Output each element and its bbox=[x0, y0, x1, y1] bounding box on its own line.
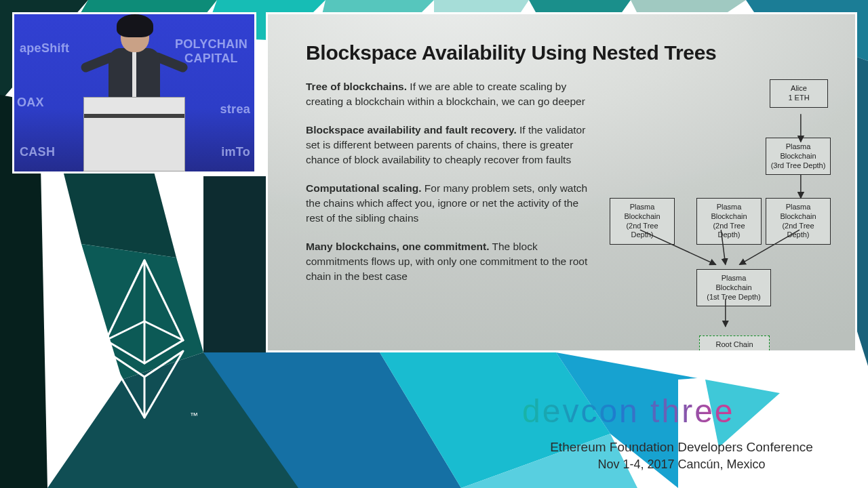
diagram-box-l2a: PlasmaBlockchain(2nd Tree Depth) bbox=[610, 198, 675, 245]
diagram-box-l2b: PlasmaBlockchain(2nd Tree Depth) bbox=[696, 198, 762, 245]
podium bbox=[83, 97, 185, 171]
sponsor-oax: OAX bbox=[17, 96, 44, 110]
nested-tree-diagram: Alice1 ETH PlasmaBlockchain(3rd Tree Dep… bbox=[610, 79, 837, 352]
event-subtitle: Ethereum Foundation Developers Conferenc… bbox=[522, 440, 841, 455]
sponsor-cash: CASH bbox=[20, 145, 55, 159]
svg-text:devcon three: devcon three bbox=[522, 393, 735, 429]
sponsor-shapeshift: apeShift bbox=[20, 41, 69, 56]
slide-title: Blockspace Availability Using Nested Tre… bbox=[306, 41, 837, 64]
ethereum-logo bbox=[94, 258, 195, 423]
presentation-slide: Blockspace Availability Using Nested Tre… bbox=[266, 12, 857, 352]
devcon-three-logo: devcon three bbox=[522, 390, 841, 432]
diagram-box-l3: PlasmaBlockchain(3rd Tree Depth) bbox=[766, 138, 831, 175]
trademark: ™ bbox=[190, 411, 198, 420]
diagram-box-root: Root Chain(e.g. Ethereum) bbox=[699, 336, 770, 352]
diagram-box-l1: PlasmaBlockchain(1st Tree Depth) bbox=[696, 269, 771, 306]
slide-body: Tree of blockchains. If we are able to c… bbox=[306, 79, 597, 298]
diagram-box-alice: Alice1 ETH bbox=[770, 79, 828, 108]
sponsor-streamr: strea bbox=[220, 102, 250, 117]
event-block: devcon three Ethereum Foundation Develop… bbox=[522, 390, 841, 472]
speaker-pip: POLYCHAINCAPITAL apeShift OAX strea CASH… bbox=[12, 12, 256, 174]
sponsor-imtoken: imTo bbox=[221, 145, 250, 159]
diagram-box-l2c: PlasmaBlockchain(2nd Tree Depth) bbox=[766, 198, 831, 245]
sponsor-polychain: POLYCHAINCAPITAL bbox=[175, 37, 248, 66]
event-dateline: Nov 1-4, 2017 Cancún, Mexico bbox=[522, 458, 841, 472]
